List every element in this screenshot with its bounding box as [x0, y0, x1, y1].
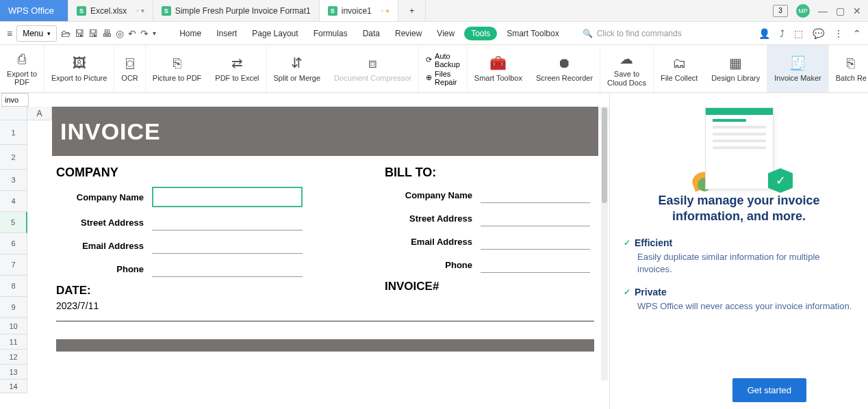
- row-header-12[interactable]: 12: [0, 349, 27, 365]
- tab-menu-icon[interactable]: ▫ ▾: [136, 7, 144, 14]
- menu-pagelayout[interactable]: Page Layout: [246, 26, 303, 41]
- row-header-3[interactable]: 3: [0, 170, 27, 191]
- row-header-7[interactable]: 7: [0, 254, 27, 276]
- backup-icon: ⟳: [426, 55, 432, 64]
- collect-icon: 🗂: [672, 55, 686, 71]
- menu-tools[interactable]: Tools: [464, 27, 497, 40]
- rib-design-library[interactable]: ▦Design Library: [704, 45, 767, 92]
- new-tab-button[interactable]: +: [398, 0, 426, 21]
- collapse-ribbon-icon[interactable]: ⌃: [853, 28, 861, 39]
- field-value[interactable]: [481, 210, 590, 226]
- invoice-title: INVOICE: [52, 107, 598, 156]
- open-icon[interactable]: 🗁: [61, 28, 71, 39]
- maximize-icon[interactable]: ▢: [836, 5, 845, 16]
- name-box[interactable]: invo: [1, 93, 29, 107]
- doc-tab-1[interactable]: S Simple Fresh Purple Invoice Format1: [153, 0, 320, 21]
- share-icon[interactable]: ⤴: [780, 28, 784, 39]
- menu-data[interactable]: Data: [357, 26, 385, 41]
- invoiceno-value[interactable]: [385, 296, 590, 307]
- panel-item-title-text: Efficient: [635, 237, 672, 248]
- tab-menu-icon[interactable]: ▫ ●: [381, 7, 390, 14]
- menu-insert[interactable]: Insert: [211, 26, 242, 41]
- scrollbar-thumb[interactable]: [602, 107, 607, 203]
- close-icon[interactable]: ✕: [853, 5, 861, 16]
- sheet-icon: S: [77, 6, 86, 16]
- rib-smart-toolbox[interactable]: 🧰Smart Toolbox: [468, 45, 529, 92]
- rib-label: Auto Backup: [435, 52, 460, 68]
- rib-invoice-maker[interactable]: 🧾Invoice Maker: [767, 45, 828, 92]
- undo-icon[interactable]: ↶: [128, 28, 136, 39]
- select-all-corner[interactable]: [0, 107, 27, 120]
- row-header-1[interactable]: 1: [0, 120, 27, 145]
- kebab-icon[interactable]: ⋮: [834, 28, 843, 39]
- titlebar: WPS Office S Excel.xlsx ▫ ▾ S Simple Fre…: [0, 0, 868, 22]
- get-started-button[interactable]: Get started: [732, 378, 806, 402]
- row-header-5[interactable]: 5: [0, 212, 27, 233]
- minimize-icon[interactable]: —: [818, 5, 828, 16]
- more-icon[interactable]: ▾: [153, 29, 156, 37]
- menu-review[interactable]: Review: [390, 26, 427, 41]
- saveas-icon[interactable]: 🖫: [88, 28, 98, 39]
- upload-icon[interactable]: ⬚: [794, 28, 803, 39]
- field-value[interactable]: [481, 233, 590, 250]
- menu-button[interactable]: Menu ▾: [16, 25, 57, 42]
- split-merge-icon: ⇵: [291, 55, 303, 71]
- row-header-11[interactable]: 11: [0, 334, 27, 349]
- field-value[interactable]: [152, 237, 303, 254]
- save-icon[interactable]: 🖫: [75, 28, 84, 39]
- rib-auto-backup[interactable]: ⟳Auto Backup: [426, 52, 460, 68]
- rib-pic-to-pdf[interactable]: ⎘Picture to PDF: [146, 45, 209, 92]
- rib-export-pdf[interactable]: ⎙Export toPDF: [0, 45, 44, 92]
- vertical-scrollbar[interactable]: [601, 107, 608, 380]
- document-icon: [705, 107, 774, 189]
- date-value[interactable]: 2023/7/11: [56, 300, 303, 311]
- field-value[interactable]: [152, 214, 303, 230]
- user-avatar[interactable]: MP: [796, 4, 810, 18]
- col-A[interactable]: A: [27, 107, 52, 120]
- menu-formulas[interactable]: Formulas: [308, 26, 353, 41]
- redo-icon[interactable]: ↷: [140, 28, 149, 39]
- rib-ocr[interactable]: ⌼OCR: [114, 45, 145, 92]
- rib-save-cloud[interactable]: ☁Save toCloud Docs: [600, 45, 654, 92]
- rib-file-collect[interactable]: 🗂File Collect: [654, 45, 704, 92]
- rib-label: Picture to PDF: [153, 74, 202, 82]
- print-icon[interactable]: 🖶: [102, 28, 112, 39]
- menu-home[interactable]: Home: [174, 26, 207, 41]
- doc-tab-0[interactable]: S Excel.xlsx ▫ ▾: [68, 0, 153, 21]
- row-header-6[interactable]: 6: [0, 233, 27, 254]
- command-search[interactable]: 🔍 Click to find commands: [583, 29, 682, 38]
- menu-smarttoolbox[interactable]: Smart Toolbox: [501, 26, 564, 41]
- batch-icon: ⎘: [847, 55, 855, 71]
- field-label: Phone: [56, 264, 152, 274]
- feedback-icon[interactable]: 💬: [813, 28, 824, 39]
- menu-view[interactable]: View: [431, 26, 460, 41]
- invoice-icon: 🧾: [789, 55, 806, 71]
- rib-files-repair[interactable]: ⊕Files Repair: [426, 70, 460, 86]
- rib-screen-recorder[interactable]: ⏺Screen Recorder: [529, 45, 600, 92]
- field-value[interactable]: [481, 187, 590, 203]
- row-header-2[interactable]: 2: [0, 145, 27, 170]
- rib-pdf-to-excel[interactable]: ⇄PDF to Excel: [208, 45, 266, 92]
- app-tab[interactable]: WPS Office: [0, 0, 68, 21]
- field-value[interactable]: [152, 261, 303, 277]
- field-label: Company Name: [56, 192, 152, 202]
- rib-batch[interactable]: ⎘Batch Re: [829, 45, 868, 92]
- row-header-8[interactable]: 8: [0, 276, 27, 297]
- rib-label: Invoice Maker: [774, 74, 821, 82]
- row-header-13[interactable]: 13: [0, 365, 27, 380]
- field-value[interactable]: [481, 256, 590, 273]
- row-header-14[interactable]: 14: [0, 380, 27, 393]
- rib-export-picture[interactable]: 🖼Export to Picture: [44, 45, 114, 92]
- account-icon[interactable]: 👤: [758, 28, 770, 39]
- row-header-9[interactable]: 9: [0, 297, 27, 318]
- rib-split-merge[interactable]: ⇵Split or Merge: [267, 45, 327, 92]
- row-header-10[interactable]: 10: [0, 318, 27, 334]
- preview-icon[interactable]: ◎: [116, 28, 124, 39]
- active-cell[interactable]: [152, 187, 303, 207]
- hamburger-icon[interactable]: ≡: [7, 28, 12, 39]
- doc-tab-2[interactable]: S invoice1 ▫ ●: [320, 0, 398, 21]
- row-header-4[interactable]: 4: [0, 191, 27, 212]
- tab-counter[interactable]: 3: [773, 5, 788, 17]
- rib-label: Save toCloud Docs: [607, 70, 646, 86]
- compress-icon: ⧈: [368, 55, 377, 71]
